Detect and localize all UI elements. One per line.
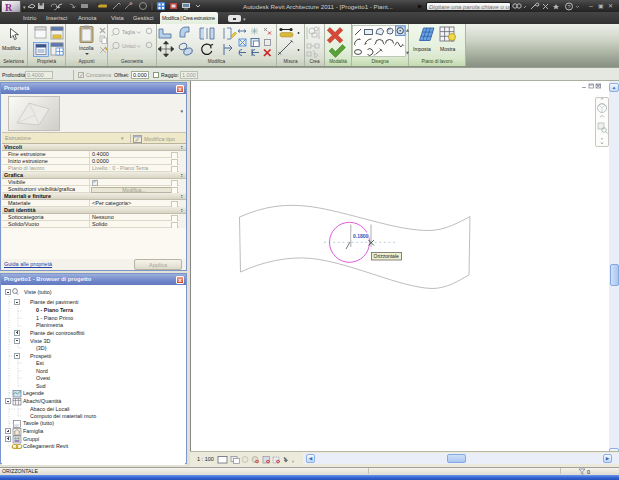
svg-text:0: 0: [587, 469, 590, 475]
svg-text:Orizzontale: Orizzontale: [374, 253, 400, 259]
svg-text:Modifica: Modifica: [2, 45, 21, 51]
svg-text:Imposta: Imposta: [413, 46, 431, 52]
svg-text:Mostra: Mostra: [440, 46, 456, 52]
svg-text:Taglia: Taglia: [122, 29, 135, 35]
svg-text:Incolla: Incolla: [79, 45, 94, 51]
svg-text:0.1800: 0.1800: [353, 233, 369, 239]
svg-text:Unisci: Unisci: [122, 43, 136, 49]
svg-text:?: ?: [567, 4, 570, 10]
